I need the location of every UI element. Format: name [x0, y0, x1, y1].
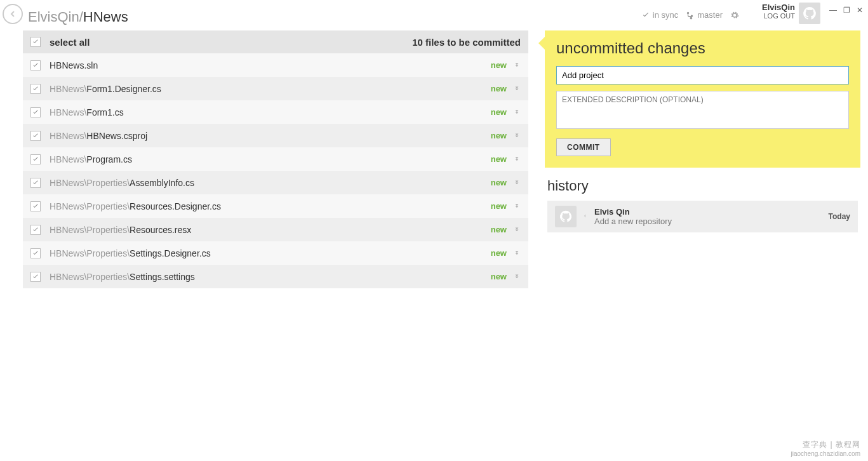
watermark: 查字典 | 教程网 jiaocheng.chazidian.com: [791, 439, 860, 457]
file-row[interactable]: HBNews\Program.csnew: [23, 147, 528, 171]
files-count: 10 files to be committed: [412, 37, 521, 48]
file-status: new: [491, 178, 507, 187]
chevron-down-icon[interactable]: [513, 248, 521, 258]
file-path: HBNews\Properties\Resources.resx: [50, 225, 191, 235]
file-row[interactable]: HBNews\Properties\Settings.settingsnew: [23, 265, 528, 288]
window-close-button[interactable]: ✕: [857, 6, 863, 14]
breadcrumb-owner[interactable]: ElvisQin: [28, 9, 79, 25]
file-row[interactable]: HBNews\Properties\Resources.resxnew: [23, 218, 528, 241]
history-item[interactable]: Elvis QinAdd a new repositoryToday: [547, 201, 858, 232]
chevron-down-icon[interactable]: [513, 154, 521, 164]
file-status: new: [491, 107, 507, 117]
commit-date: Today: [829, 212, 850, 221]
avatar: [555, 206, 577, 227]
file-checkbox[interactable]: [30, 272, 41, 282]
commit-heading: uncommitted changes: [556, 39, 849, 57]
breadcrumb: ElvisQin/HNews: [28, 9, 128, 25]
commit-author: Elvis Qin: [594, 207, 672, 217]
avatar[interactable]: [799, 3, 820, 24]
file-row[interactable]: HBNews\Form1.Designer.csnew: [23, 77, 528, 100]
sync-status[interactable]: in sync: [641, 10, 678, 20]
file-checkbox[interactable]: [30, 84, 41, 94]
select-all-checkbox[interactable]: [30, 37, 41, 47]
file-status: new: [491, 248, 507, 258]
file-path: HBNews\HBNews.csproj: [50, 131, 147, 141]
file-checkbox[interactable]: [30, 178, 41, 188]
commit-button[interactable]: COMMIT: [556, 138, 611, 156]
file-path: HBNews\Program.cs: [50, 154, 132, 164]
commit-panel: uncommitted changes COMMIT: [545, 30, 860, 168]
window-minimize-button[interactable]: —: [829, 6, 837, 14]
file-checkbox[interactable]: [30, 154, 41, 164]
file-row[interactable]: HBNews\HBNews.csprojnew: [23, 124, 528, 147]
chevron-down-icon[interactable]: [513, 272, 521, 282]
file-path: HBNews\Properties\Settings.Designer.cs: [50, 248, 211, 258]
file-path: HBNews\Form1.cs: [50, 107, 124, 117]
chevron-down-icon[interactable]: [513, 131, 521, 141]
file-checkbox[interactable]: [30, 107, 41, 117]
file-path: HBNews\Properties\Settings.settings: [50, 272, 195, 282]
file-checkbox[interactable]: [30, 248, 41, 258]
branch-selector[interactable]: master: [686, 10, 723, 20]
window-maximize-button[interactable]: ❐: [843, 6, 850, 14]
file-status: new: [491, 272, 507, 281]
arrow-left-icon: [582, 211, 588, 222]
back-button[interactable]: [3, 4, 23, 24]
file-checkbox[interactable]: [30, 60, 41, 70]
file-path: HBNews\Properties\Resources.Designer.cs: [50, 201, 221, 211]
file-path: HBNews.sln: [50, 60, 98, 70]
chevron-down-icon[interactable]: [513, 178, 521, 188]
chevron-down-icon[interactable]: [513, 225, 521, 235]
select-all-label: select all: [50, 37, 90, 48]
history-heading: history: [547, 178, 858, 194]
file-status: new: [491, 154, 507, 164]
file-checkbox[interactable]: [30, 201, 41, 211]
file-status: new: [491, 84, 507, 93]
username[interactable]: ElvisQin: [762, 3, 795, 12]
breadcrumb-repo[interactable]: HNews: [83, 9, 128, 25]
logout-link[interactable]: LOG OUT: [763, 12, 795, 20]
file-path: HBNews\Form1.Designer.cs: [50, 84, 161, 94]
file-status: new: [491, 201, 507, 211]
select-all-row[interactable]: select all 10 files to be committed: [23, 30, 528, 53]
file-path: HBNews\Properties\AssemblyInfo.cs: [50, 178, 194, 188]
chevron-down-icon[interactable]: [513, 84, 521, 94]
file-checkbox[interactable]: [30, 131, 41, 141]
file-row[interactable]: HBNews\Properties\Resources.Designer.csn…: [23, 194, 528, 218]
file-status: new: [491, 225, 507, 234]
commit-message: Add a new repository: [594, 217, 672, 226]
file-status: new: [491, 60, 507, 70]
file-row[interactable]: HBNews\Properties\AssemblyInfo.csnew: [23, 171, 528, 194]
chevron-down-icon[interactable]: [513, 60, 521, 70]
commit-description-input[interactable]: [556, 91, 849, 129]
file-status: new: [491, 131, 507, 140]
file-row[interactable]: HBNews\Properties\Settings.Designer.csne…: [23, 241, 528, 265]
file-row[interactable]: HBNews\Form1.csnew: [23, 100, 528, 124]
file-checkbox[interactable]: [30, 225, 41, 235]
gear-icon[interactable]: [730, 11, 739, 20]
chevron-down-icon[interactable]: [513, 107, 521, 117]
file-row[interactable]: HBNews.slnnew: [23, 53, 528, 77]
chevron-down-icon[interactable]: [513, 201, 521, 211]
commit-summary-input[interactable]: [556, 66, 849, 84]
